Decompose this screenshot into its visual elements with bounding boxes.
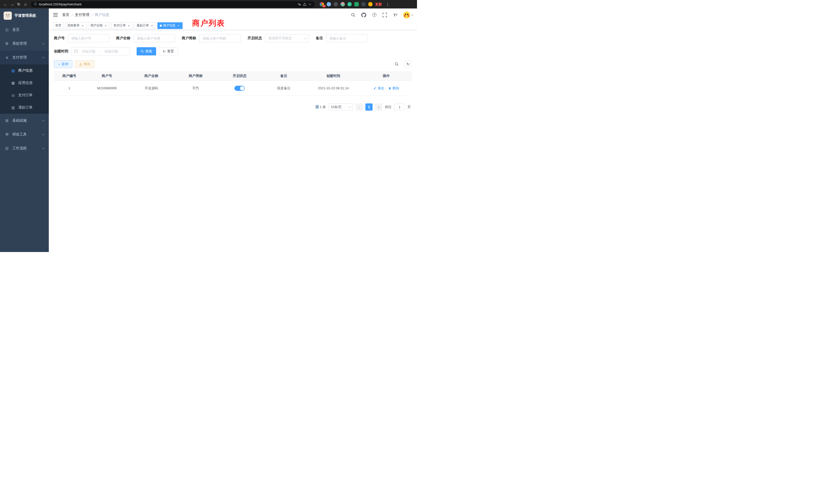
fullscreen-icon[interactable]	[382, 12, 388, 18]
sidebar-item-label: 研发工具	[12, 132, 27, 137]
password-key-icon[interactable]	[297, 3, 301, 6]
sidebar-item-workflow[interactable]: ⊟ 工作流程	[0, 141, 49, 155]
user-avatar-dropdown[interactable]: ▾	[403, 12, 413, 19]
remark-input[interactable]	[326, 34, 368, 42]
extension-avatar-icon[interactable]	[341, 2, 345, 6]
tab-merchant-info[interactable]: 商户信息 ×	[157, 22, 182, 29]
grid-icon: ▦	[11, 81, 16, 85]
sidebar-item-app-info[interactable]: ▦ 应用信息	[0, 77, 49, 89]
breadcrumb-payment[interactable]: 支付管理	[75, 13, 89, 17]
address-bar[interactable]: ⓘ localhost:1024/pay/merchant ☆	[31, 1, 314, 7]
table-row: 1 M233666999 芋道源码 芋艿 我是备注 2021-10-23 08:…	[54, 81, 412, 96]
navbar-right-tools: ? TT ▾	[351, 12, 413, 19]
tab-process-form[interactable]: 流程表单 ×	[65, 22, 87, 29]
sidebar-item-refund-order[interactable]: ▥ 退款订单	[0, 101, 49, 114]
create-time-range-picker[interactable]: -	[71, 47, 130, 55]
browser-update-button[interactable]: 更新	[375, 2, 382, 7]
github-icon[interactable]	[361, 12, 367, 18]
extension-badge: 10	[322, 5, 326, 7]
avatar	[403, 12, 410, 19]
cell-create-time: 2021-10-23 08:31:14	[306, 86, 360, 90]
site-info-icon[interactable]: ⓘ	[34, 2, 37, 6]
active-tab-dot	[160, 25, 162, 27]
extension-colorful-icon[interactable]: 10	[320, 2, 324, 6]
hamburger-icon[interactable]	[53, 12, 58, 18]
filter-remark: 备注	[316, 34, 368, 42]
extension-pinwheel-icon[interactable]	[361, 2, 366, 6]
tab-close-icon[interactable]: ×	[150, 24, 154, 27]
cell-merchant-id: 1	[54, 86, 85, 90]
date-separator: -	[100, 49, 101, 53]
tab-close-icon[interactable]: ×	[81, 24, 85, 27]
refresh-icon: ↻	[163, 49, 166, 53]
edit-pencil-icon	[373, 87, 376, 90]
sidebar-item-infrastructure[interactable]: ⊞ 基础设施	[0, 114, 49, 128]
sidebar-item-pay-order[interactable]: ◎ 支付订单	[0, 89, 49, 101]
share-icon[interactable]	[303, 3, 306, 6]
next-page-button[interactable]: ›	[375, 104, 382, 111]
sidebar-item-label: 工作流程	[12, 146, 27, 151]
col-create-time: 创建时间	[306, 74, 360, 78]
cell-remark: 我是备注	[261, 86, 306, 91]
merchant-short-input[interactable]	[199, 34, 241, 42]
merchant-no-input[interactable]	[68, 34, 109, 42]
header-search-icon[interactable]	[351, 12, 356, 18]
browser-forward-button[interactable]: →	[9, 1, 16, 8]
sidebar-item-home[interactable]: ◴ 首页	[0, 23, 49, 37]
end-date-input[interactable]	[102, 49, 120, 53]
status-select[interactable]: 请选择开启状态	[265, 34, 309, 42]
extension-blue-drop-icon[interactable]	[327, 2, 331, 6]
app-title: 芋道管理系统	[14, 13, 36, 18]
merchant-table: 商户编号 商户号 商户全称 商户简称 开启状态 备注 创建时间 操作 1 M23…	[54, 71, 412, 96]
status-toggle[interactable]	[235, 86, 245, 91]
add-button[interactable]: + 新增	[54, 60, 72, 68]
tags-view-bar: 首页 流程表单 × 用户分组 × 支付订单 × 退款订单 × 商户信息 ×	[49, 21, 417, 30]
browser-home-button[interactable]: ⌂	[22, 1, 29, 8]
tab-pay-order[interactable]: 支付订单 ×	[111, 22, 133, 29]
col-remark: 备注	[261, 74, 306, 78]
search-button[interactable]: 搜索	[137, 47, 156, 55]
toggle-search-icon[interactable]	[393, 60, 400, 68]
top-navbar: 首页 / 支付管理 / 商户信息 ? TT	[49, 8, 417, 21]
tab-home[interactable]: 首页	[53, 22, 64, 29]
delete-link[interactable]: 删除	[388, 86, 399, 91]
extension-emoji-icon[interactable]	[368, 2, 373, 6]
tab-close-icon[interactable]: ×	[104, 24, 108, 27]
start-date-input[interactable]	[79, 49, 98, 53]
tab-refund-order[interactable]: 退款订单 ×	[134, 22, 156, 29]
extension-green-square-icon[interactable]	[354, 2, 359, 6]
help-icon[interactable]: ?	[372, 12, 377, 18]
browser-menu-icon[interactable]: ⋮	[385, 1, 391, 8]
edit-link[interactable]: 修改	[373, 86, 384, 91]
bookmark-star-icon[interactable]: ☆	[308, 2, 311, 6]
sidebar-item-merchant-info[interactable]: ▤ 商户信息	[0, 64, 49, 77]
chevron-down-icon	[349, 106, 351, 108]
extension-green-check-icon[interactable]: ✓	[347, 2, 352, 6]
filter-label: 商户号	[54, 36, 65, 41]
reset-button[interactable]: ↻ 重置	[159, 47, 178, 55]
cell-actions: 修改 删除	[361, 86, 412, 91]
browser-reload-button[interactable]: ↻	[16, 1, 22, 8]
merchant-name-input[interactable]	[133, 34, 175, 42]
page-size-select[interactable]: 10条/页	[328, 104, 353, 111]
font-size-icon[interactable]: TT	[393, 12, 398, 18]
main-area: 首页 / 支付管理 / 商户信息 ? TT	[49, 8, 417, 252]
tab-close-icon[interactable]: ×	[177, 24, 180, 27]
payment-submenu: ▤ 商户信息 ▦ 应用信息 ◎ 支付订单 ▥ 退款订单	[0, 64, 49, 114]
table-header: 商户编号 商户号 商户全称 商户简称 开启状态 备注 创建时间 操作	[54, 71, 412, 81]
page-1-button[interactable]: 1	[366, 104, 373, 111]
tab-user-group[interactable]: 用户分组 ×	[88, 22, 110, 29]
cell-merchant-short: 芋艿	[174, 86, 218, 91]
export-button[interactable]: 导出	[75, 60, 94, 68]
sidebar-item-payment[interactable]: ¥ 支付管理	[0, 50, 49, 64]
sidebar-item-devtools[interactable]: ⚒ 研发工具	[0, 128, 49, 141]
tab-close-icon[interactable]: ×	[127, 24, 131, 27]
sidebar-item-system[interactable]: ⚙ 系统管理	[0, 37, 49, 50]
refresh-table-icon[interactable]: ↻	[404, 60, 412, 68]
breadcrumb-home[interactable]: 首页	[62, 13, 69, 17]
goto-page-input[interactable]	[394, 104, 405, 111]
prev-page-button[interactable]: ‹	[356, 104, 363, 111]
sidebar-item-label: 商户信息	[18, 68, 32, 73]
browser-back-button[interactable]: ←	[2, 1, 9, 8]
extension-dark-circle-icon[interactable]	[333, 2, 338, 6]
